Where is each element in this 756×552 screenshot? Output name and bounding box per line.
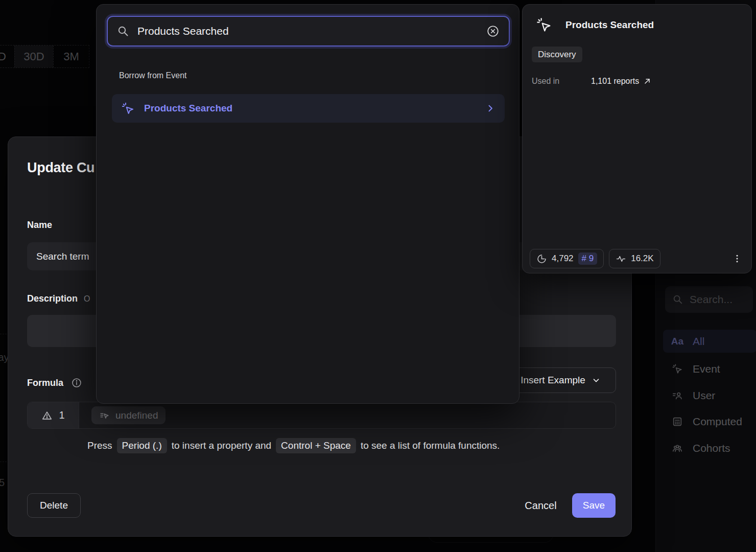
save-button[interactable]: Save — [572, 493, 616, 518]
section-label: Borrow from Event — [119, 71, 186, 80]
formula-label-row: Formula — [27, 377, 82, 388]
used-in-label: Used in — [532, 77, 591, 86]
category-chip: Discovery — [532, 47, 582, 62]
chevron-right-icon — [485, 103, 495, 113]
queries-stat-pill[interactable]: 4,792 # 9 — [530, 249, 604, 268]
description-label: Description — [27, 293, 78, 304]
formula-undefined-chip[interactable]: undefined — [91, 406, 166, 424]
stats-row: 4,792 # 9 16.2K — [530, 249, 744, 268]
used-in-row: Used in 1,101 reports — [532, 77, 736, 86]
formula-error-counter[interactable]: 1 — [28, 402, 79, 428]
rank-badge: # 9 — [578, 252, 598, 265]
app-root: D 30D 3M lay 5 Search... Aa All — [0, 0, 756, 552]
formula-label: Formula — [27, 378, 63, 388]
event-property-icon — [99, 410, 110, 421]
search-field — [107, 16, 510, 47]
description-label-row: Description O — [27, 293, 90, 304]
result-label: Products Searched — [144, 103, 476, 114]
panel-title: Products Searched — [565, 19, 654, 31]
kbd-control-space: Control + Space — [276, 438, 356, 453]
event-details-panel: Products Searched Discovery Used in 1,10… — [522, 4, 752, 273]
warning-icon — [41, 410, 53, 421]
insert-example-button[interactable]: Insert Example — [505, 367, 616, 393]
clear-search-icon[interactable] — [486, 25, 500, 38]
chevron-down-icon — [592, 376, 601, 385]
search-result-products-searched[interactable]: Products Searched — [112, 94, 505, 123]
event-cursor-icon — [121, 102, 135, 116]
delete-button[interactable]: Delete — [27, 493, 81, 518]
kbd-period: Period (.) — [117, 438, 167, 453]
property-search-dropdown: Borrow from Event Products Searched — [96, 4, 519, 404]
description-optional-label: O — [84, 294, 90, 304]
panel-header: Products Searched — [536, 17, 654, 33]
activity-pulse-icon — [616, 254, 626, 264]
kebab-menu-icon[interactable] — [730, 251, 744, 266]
volume-value: 16.2K — [631, 254, 653, 264]
search-icon — [117, 25, 129, 37]
formula-error-count: 1 — [59, 409, 64, 421]
pie-chart-icon — [536, 254, 547, 264]
info-icon[interactable] — [71, 377, 82, 388]
external-link-icon — [643, 77, 651, 85]
volume-stat-pill[interactable]: 16.2K — [609, 249, 660, 268]
name-label: Name — [27, 220, 52, 231]
modal-title: Update Cu — [27, 160, 94, 176]
search-input[interactable] — [137, 25, 478, 37]
used-in-value[interactable]: 1,101 reports — [591, 77, 651, 86]
queries-value: 4,792 — [552, 254, 574, 264]
formula-input[interactable]: 1 undefined — [27, 402, 616, 429]
cancel-button[interactable]: Cancel — [516, 493, 565, 518]
event-cursor-icon — [536, 17, 552, 33]
formula-hint: Press Period (.) to insert a property an… — [87, 438, 500, 453]
